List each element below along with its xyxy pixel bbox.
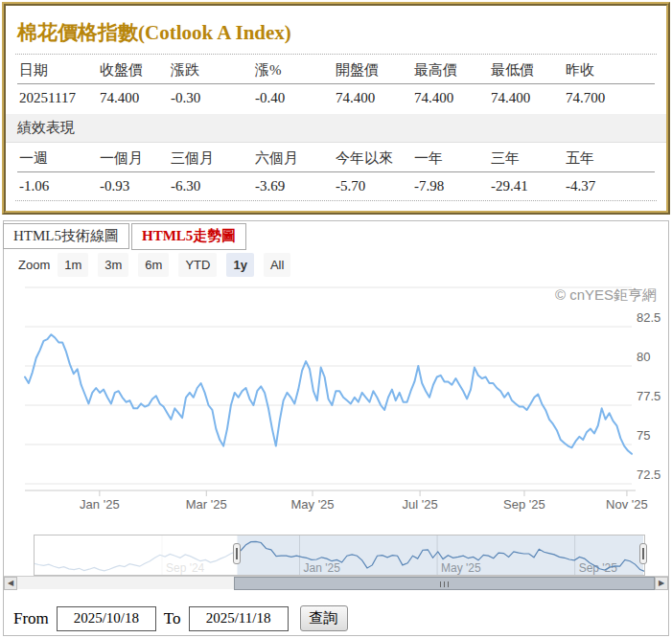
perf-header-5y: 五年	[564, 145, 655, 172]
navigator-right-handle[interactable]	[639, 543, 647, 564]
svg-text:75: 75	[637, 428, 650, 443]
date-value: 20251117	[17, 84, 98, 113]
perf-6m: -3.69	[253, 172, 334, 201]
perf-5y: -4.37	[564, 172, 655, 201]
svg-text:Mar '25: Mar '25	[186, 497, 227, 512]
title-divider	[15, 54, 657, 55]
col-header-date: 日期	[17, 57, 98, 84]
perf-3m: -6.30	[169, 172, 253, 201]
col-header-change-pct: 漲%	[253, 57, 334, 84]
perf-3y: -29.41	[489, 172, 564, 201]
perf-header-1y: 一年	[412, 145, 489, 172]
perf-header-3m: 三個月	[169, 145, 253, 172]
low-value: 74.400	[489, 84, 564, 113]
perf-header-1m: 一個月	[98, 145, 169, 172]
query-button[interactable]: 查詢	[300, 605, 348, 631]
performance-data-row: -1.06 -0.93 -6.30 -3.69 -5.70 -7.98 -29.…	[17, 172, 655, 201]
page-title: 棉花價格指數(Cotlook A Index)	[6, 13, 666, 54]
perf-header-3y: 三年	[489, 145, 564, 172]
change-value: -0.30	[169, 84, 253, 113]
navigator-chart[interactable]: Sep '24Jan '25May '25Sep '25	[34, 535, 645, 576]
col-header-open: 開盤價	[334, 57, 412, 84]
scrollbar-grip-icon	[440, 581, 450, 587]
svg-text:May '25: May '25	[290, 497, 334, 512]
svg-text:80: 80	[637, 350, 650, 364]
navigator-left-handle[interactable]	[233, 543, 241, 564]
from-date-input[interactable]	[57, 606, 156, 631]
from-label: From	[13, 609, 49, 628]
change-pct-value: -0.40	[253, 84, 334, 113]
to-label: To	[164, 609, 181, 628]
scrollbar-right-arrow-icon[interactable]: ▶	[655, 577, 668, 590]
svg-text:Nov '25: Nov '25	[606, 497, 648, 512]
price-chart[interactable]: 72.57577.58082.5Jan '25Mar '25May '25Jul…	[4, 221, 668, 513]
close-value: 74.400	[98, 84, 169, 113]
price-table-header-row: 日期 收盤價 漲跌 漲% 開盤價 最高價 最低價 昨收	[17, 57, 655, 84]
perf-ytd: -5.70	[334, 172, 412, 201]
performance-section-label: 績效表現	[6, 114, 666, 143]
svg-text:Jan '25: Jan '25	[80, 497, 120, 512]
quote-box: 棉花價格指數(Cotlook A Index) 日期 收盤價 漲跌 漲% 開盤價…	[2, 2, 670, 215]
price-table: 日期 收盤價 漲跌 漲% 開盤價 最高價 最低價 昨收 20251117 74.…	[17, 57, 655, 112]
perf-header-ytd: 今年以來	[334, 145, 412, 172]
high-value: 74.400	[412, 84, 489, 113]
perf-1m: -0.93	[98, 172, 169, 201]
performance-header-row: 一週 一個月 三個月 六個月 今年以來 一年 三年 五年	[17, 145, 655, 172]
col-header-prev-close: 昨收	[564, 57, 655, 84]
date-range-form: From To 查詢	[13, 605, 348, 631]
scrollbar-left-arrow-icon[interactable]: ◀	[4, 577, 17, 590]
perf-header-1w: 一週	[17, 145, 98, 172]
chart-scrollbar[interactable]: ◀ ▶	[4, 576, 668, 589]
col-header-change: 漲跌	[169, 57, 253, 84]
col-header-low: 最低價	[489, 57, 564, 84]
svg-text:82.5: 82.5	[637, 310, 660, 325]
tab-trend-chart[interactable]: HTML5走勢圖	[131, 223, 246, 250]
scrollbar-thumb[interactable]	[234, 577, 655, 590]
svg-text:72.5: 72.5	[637, 467, 660, 482]
tab-technical-chart[interactable]: HTML5技術線圖	[3, 223, 129, 249]
chart-tabs: HTML5技術線圖 HTML5走勢圖	[3, 225, 672, 249]
price-table-data-row: 20251117 74.400 -0.30 -0.40 74.400 74.40…	[17, 84, 655, 113]
perf-1w: -1.06	[17, 172, 98, 201]
svg-text:77.5: 77.5	[637, 389, 660, 403]
to-date-input[interactable]	[189, 606, 289, 631]
perf-1y: -7.98	[412, 172, 489, 201]
svg-text:Sep '25: Sep '25	[503, 497, 545, 512]
trend-chart-panel: Zoom 1m 3m 6m YTD 1y All © cnYES鉅亨網 72.5…	[3, 220, 669, 636]
performance-table: 一週 一個月 三個月 六個月 今年以來 一年 三年 五年 -1.06 -0.93…	[17, 145, 655, 200]
open-value: 74.400	[334, 84, 412, 113]
col-header-close: 收盤價	[98, 57, 169, 84]
prev-close-value: 74.700	[564, 84, 655, 113]
col-header-high: 最高價	[412, 57, 489, 84]
svg-text:Jul '25: Jul '25	[402, 497, 437, 512]
perf-header-6m: 六個月	[253, 145, 334, 172]
